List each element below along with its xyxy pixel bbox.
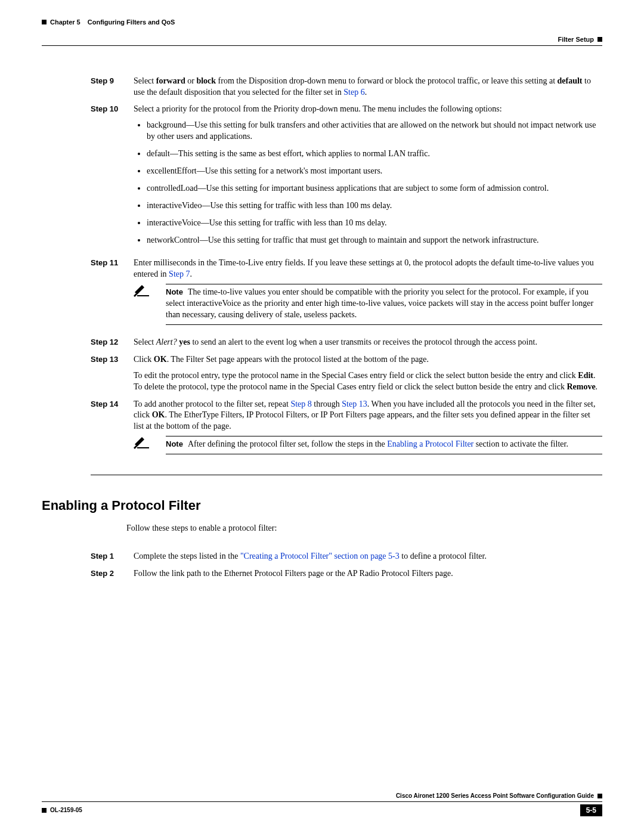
- list-item: interactiveVoice—Use this setting for tr…: [147, 218, 602, 229]
- text: Select: [134, 76, 156, 85]
- bold-text: default: [558, 76, 583, 85]
- bold-text: Remove: [566, 382, 595, 391]
- header-rule: [42, 45, 602, 46]
- step-body: Enter milliseconds in the Time-to-Live e…: [134, 258, 602, 330]
- step-row: Step 11 Enter milliseconds in the Time-t…: [91, 258, 602, 330]
- footer-marker-icon: [42, 808, 47, 813]
- text: Select: [134, 337, 156, 346]
- text: To add another protocol to the filter se…: [134, 400, 290, 408]
- note-block: NoteAfter defining the protocol filter s…: [134, 436, 602, 454]
- chapter-number: Chapter 5: [50, 18, 80, 27]
- step-label: Step 10: [91, 104, 123, 252]
- step-body: Select a priority for the protocol from …: [134, 104, 602, 252]
- doc-number: OL-2159-05: [50, 806, 82, 815]
- section-intro: Follow these steps to enable a protocol …: [126, 523, 602, 534]
- step-link[interactable]: Step 7: [169, 270, 190, 278]
- step-body: Select forward or block from the Disposi…: [134, 76, 602, 98]
- bold-text: block: [196, 76, 216, 85]
- step-body: Select Alert? yes to send an alert to th…: [134, 337, 602, 348]
- footer-rule: [42, 801, 602, 802]
- list-item: interactiveVideo—Use this setting for tr…: [147, 200, 602, 212]
- text: to send an alert to the event log when a…: [190, 337, 537, 346]
- step-body: Complete the steps listed in the "Creati…: [134, 551, 602, 562]
- step-body: To add another protocol to the filter se…: [134, 399, 602, 461]
- section-title: Enabling a Protocol Filter: [42, 497, 602, 515]
- bold-text: Edit: [578, 371, 593, 380]
- text: . The Filter Set page appears with the p…: [167, 355, 429, 364]
- bold-text: OK: [152, 410, 165, 419]
- page-footer: Cisco Aironet 1200 Series Access Point S…: [42, 792, 602, 816]
- note-text: The time-to-live values you enter should…: [166, 287, 593, 319]
- text: .: [596, 382, 598, 391]
- text: section to activate the filter.: [473, 439, 568, 448]
- note-icon: [134, 436, 149, 449]
- section-link[interactable]: "Creating a Protocol Filter" section on …: [240, 552, 400, 561]
- text: .: [365, 88, 367, 97]
- step-label: Step 14: [91, 399, 123, 461]
- section-name: Filter Setup: [558, 35, 594, 44]
- section-link[interactable]: Enabling a Protocol Filter: [387, 439, 473, 448]
- step-link[interactable]: Step 13: [342, 400, 367, 408]
- step-row: Step 1 Complete the steps listed in the …: [91, 551, 602, 562]
- text: .: [190, 270, 192, 278]
- step-label: Step 12: [91, 337, 123, 348]
- step-label: Step 9: [91, 76, 123, 98]
- text: After defining the protocol filter set, …: [188, 439, 387, 448]
- note-label: Note: [166, 439, 183, 448]
- section-divider: [91, 475, 602, 475]
- chapter-title: Configuring Filters and QoS: [88, 18, 175, 27]
- text: Click: [134, 355, 154, 364]
- footer-marker-icon: [597, 794, 602, 798]
- text: Complete the steps listed in the: [134, 552, 240, 561]
- step-label: Step 11: [91, 258, 123, 330]
- note-rule: [166, 454, 602, 454]
- text: To edit the protocol entry, type the pro…: [134, 371, 578, 380]
- header-marker-icon: [597, 37, 602, 42]
- guide-title: Cisco Aironet 1200 Series Access Point S…: [396, 792, 594, 800]
- priority-options-list: background—Use this setting for bulk tra…: [134, 120, 602, 246]
- list-item: excellentEffort—Use this setting for a n…: [147, 166, 602, 177]
- step-label: Step 2: [91, 568, 123, 580]
- note-block: NoteThe time-to-live values you enter sh…: [134, 284, 602, 325]
- list-item: controlledLoad—Use this setting for impo…: [147, 183, 602, 194]
- step-label: Step 13: [91, 354, 123, 393]
- step-body: Click OK. The Filter Set page appears wi…: [134, 354, 602, 393]
- step-row: Step 14 To add another protocol to the f…: [91, 399, 602, 461]
- bold-text: yes: [179, 337, 190, 346]
- step-link[interactable]: Step 8: [290, 400, 311, 408]
- step-row: Step 12 Select Alert? yes to send an ale…: [91, 337, 602, 348]
- step-row: Step 13 Click OK. The Filter Set page ap…: [91, 354, 602, 393]
- note-rule: [166, 324, 602, 325]
- text: from the Disposition drop-down menu to f…: [216, 76, 557, 85]
- italic-text: Alert?: [156, 337, 177, 346]
- text: or: [185, 76, 197, 85]
- text: to define a protocol filter.: [400, 552, 487, 561]
- step-row: Step 2 Follow the link path to the Ether…: [91, 568, 602, 580]
- note-label: Note: [166, 287, 183, 296]
- text: . The EtherType Filters, IP Protocol Fil…: [134, 410, 590, 431]
- note-icon: [134, 284, 149, 297]
- list-item: default—This setting is the same as best…: [147, 148, 602, 160]
- text: Enter milliseconds in the Time-to-Live e…: [134, 258, 594, 278]
- list-item: networkControl—Use this setting for traf…: [147, 235, 602, 246]
- step-row: Step 9 Select forward or block from the …: [91, 76, 602, 98]
- page-number-badge: 5-5: [580, 804, 602, 816]
- text: Select a priority for the protocol from …: [134, 104, 502, 113]
- step-body: Follow the link path to the Ethernet Pro…: [134, 568, 602, 580]
- note-rule: [166, 284, 602, 284]
- header-marker-icon: [42, 20, 47, 24]
- text: through: [312, 400, 342, 408]
- step-link[interactable]: Step 6: [343, 88, 364, 97]
- bold-text: forward: [156, 76, 185, 85]
- step-row: Step 10 Select a priority for the protoc…: [91, 104, 602, 252]
- step-label: Step 1: [91, 551, 123, 562]
- bold-text: OK: [154, 355, 167, 364]
- note-rule: [166, 436, 602, 436]
- list-item: background—Use this setting for bulk tra…: [147, 120, 602, 143]
